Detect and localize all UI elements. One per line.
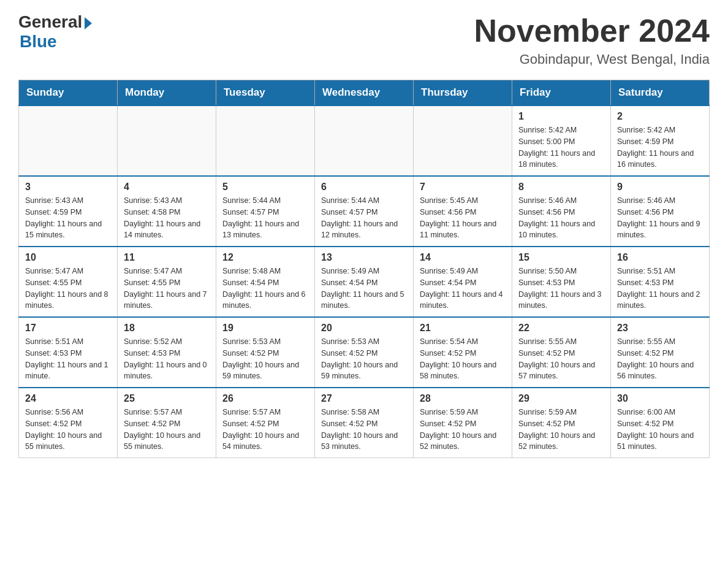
day-info: Sunrise: 5:58 AM Sunset: 4:52 PM Dayligh… [321, 407, 407, 453]
day-info: Sunrise: 5:44 AM Sunset: 4:57 PM Dayligh… [222, 195, 308, 241]
day-info: Sunrise: 5:44 AM Sunset: 4:57 PM Dayligh… [321, 195, 407, 241]
day-cell: 20Sunrise: 5:53 AM Sunset: 4:52 PM Dayli… [315, 317, 414, 388]
day-cell: 29Sunrise: 5:59 AM Sunset: 4:52 PM Dayli… [512, 388, 611, 458]
day-info: Sunrise: 5:48 AM Sunset: 4:54 PM Dayligh… [222, 266, 308, 312]
day-cell: 7Sunrise: 5:45 AM Sunset: 4:56 PM Daylig… [414, 176, 512, 247]
day-cell: 16Sunrise: 5:51 AM Sunset: 4:53 PM Dayli… [611, 247, 710, 317]
day-cell: 18Sunrise: 5:52 AM Sunset: 4:53 PM Dayli… [118, 317, 216, 388]
day-number: 26 [222, 393, 308, 404]
day-info: Sunrise: 5:47 AM Sunset: 4:55 PM Dayligh… [25, 266, 111, 312]
day-number: 1 [518, 111, 604, 122]
day-number: 5 [222, 182, 308, 193]
day-cell: 4Sunrise: 5:43 AM Sunset: 4:58 PM Daylig… [118, 176, 216, 247]
day-cell [118, 105, 216, 176]
day-info: Sunrise: 5:42 AM Sunset: 4:59 PM Dayligh… [617, 124, 703, 170]
day-cell: 6Sunrise: 5:44 AM Sunset: 4:57 PM Daylig… [315, 176, 414, 247]
week-row-2: 3Sunrise: 5:43 AM Sunset: 4:59 PM Daylig… [19, 176, 710, 247]
day-cell [414, 105, 512, 176]
day-info: Sunrise: 5:51 AM Sunset: 4:53 PM Dayligh… [617, 266, 703, 312]
day-cell: 23Sunrise: 5:55 AM Sunset: 4:52 PM Dayli… [611, 317, 710, 388]
day-number: 27 [321, 393, 407, 404]
day-cell: 2Sunrise: 5:42 AM Sunset: 4:59 PM Daylig… [611, 105, 710, 176]
day-cell: 24Sunrise: 5:56 AM Sunset: 4:52 PM Dayli… [19, 388, 118, 458]
day-info: Sunrise: 5:49 AM Sunset: 4:54 PM Dayligh… [321, 266, 407, 312]
day-cell: 30Sunrise: 6:00 AM Sunset: 4:52 PM Dayli… [611, 388, 710, 458]
day-info: Sunrise: 5:52 AM Sunset: 4:53 PM Dayligh… [124, 336, 210, 382]
col-header-friday: Friday [512, 80, 611, 106]
day-info: Sunrise: 5:57 AM Sunset: 4:52 PM Dayligh… [222, 407, 308, 453]
day-info: Sunrise: 5:45 AM Sunset: 4:56 PM Dayligh… [420, 195, 506, 241]
day-cell: 21Sunrise: 5:54 AM Sunset: 4:52 PM Dayli… [414, 317, 512, 388]
day-info: Sunrise: 5:57 AM Sunset: 4:52 PM Dayligh… [124, 407, 210, 453]
day-number: 22 [518, 323, 604, 334]
day-number: 19 [222, 323, 308, 334]
day-info: Sunrise: 5:55 AM Sunset: 4:52 PM Dayligh… [617, 336, 703, 382]
day-number: 15 [518, 252, 604, 263]
day-info: Sunrise: 5:59 AM Sunset: 4:52 PM Dayligh… [518, 407, 604, 453]
day-number: 20 [321, 323, 407, 334]
day-cell: 11Sunrise: 5:47 AM Sunset: 4:55 PM Dayli… [118, 247, 216, 317]
day-info: Sunrise: 5:51 AM Sunset: 4:53 PM Dayligh… [25, 336, 111, 382]
month-title: November 2024 [474, 12, 710, 49]
day-number: 6 [321, 182, 407, 193]
day-number: 16 [617, 252, 703, 263]
day-info: Sunrise: 5:54 AM Sunset: 4:52 PM Dayligh… [420, 336, 506, 382]
day-cell: 10Sunrise: 5:47 AM Sunset: 4:55 PM Dayli… [19, 247, 118, 317]
day-cell: 19Sunrise: 5:53 AM Sunset: 4:52 PM Dayli… [216, 317, 315, 388]
day-cell: 8Sunrise: 5:46 AM Sunset: 4:56 PM Daylig… [512, 176, 611, 247]
day-number: 2 [617, 111, 703, 122]
day-number: 23 [617, 323, 703, 334]
day-number: 18 [124, 323, 210, 334]
day-info: Sunrise: 5:49 AM Sunset: 4:54 PM Dayligh… [420, 266, 506, 312]
col-header-saturday: Saturday [611, 80, 710, 106]
day-cell: 14Sunrise: 5:49 AM Sunset: 4:54 PM Dayli… [414, 247, 512, 317]
day-cell: 22Sunrise: 5:55 AM Sunset: 4:52 PM Dayli… [512, 317, 611, 388]
logo-general-text: General [18, 12, 82, 32]
col-header-monday: Monday [118, 80, 216, 106]
day-cell: 28Sunrise: 5:59 AM Sunset: 4:52 PM Dayli… [414, 388, 512, 458]
day-info: Sunrise: 5:46 AM Sunset: 4:56 PM Dayligh… [518, 195, 604, 241]
title-block: November 2024 Gobindapur, West Bengal, I… [474, 12, 710, 67]
day-cell: 26Sunrise: 5:57 AM Sunset: 4:52 PM Dayli… [216, 388, 315, 458]
col-header-wednesday: Wednesday [315, 80, 414, 106]
day-number: 3 [25, 182, 111, 193]
logo-arrow-icon [85, 17, 92, 29]
day-number: 24 [25, 393, 111, 404]
day-number: 14 [420, 252, 506, 263]
calendar-header-row: SundayMondayTuesdayWednesdayThursdayFrid… [19, 80, 710, 106]
week-row-1: 1Sunrise: 5:42 AM Sunset: 5:00 PM Daylig… [19, 105, 710, 176]
col-header-tuesday: Tuesday [216, 80, 315, 106]
day-number: 11 [124, 252, 210, 263]
day-info: Sunrise: 5:59 AM Sunset: 4:52 PM Dayligh… [420, 407, 506, 453]
day-cell: 17Sunrise: 5:51 AM Sunset: 4:53 PM Dayli… [19, 317, 118, 388]
day-cell [19, 105, 118, 176]
day-number: 9 [617, 182, 703, 193]
day-cell: 1Sunrise: 5:42 AM Sunset: 5:00 PM Daylig… [512, 105, 611, 176]
day-number: 25 [124, 393, 210, 404]
day-cell: 5Sunrise: 5:44 AM Sunset: 4:57 PM Daylig… [216, 176, 315, 247]
day-cell [216, 105, 315, 176]
day-number: 28 [420, 393, 506, 404]
day-cell [315, 105, 414, 176]
day-number: 7 [420, 182, 506, 193]
day-cell: 3Sunrise: 5:43 AM Sunset: 4:59 PM Daylig… [19, 176, 118, 247]
location-text: Gobindapur, West Bengal, India [474, 52, 710, 67]
day-number: 8 [518, 182, 604, 193]
day-info: Sunrise: 5:55 AM Sunset: 4:52 PM Dayligh… [518, 336, 604, 382]
logo: General Blue [18, 12, 92, 52]
day-info: Sunrise: 5:50 AM Sunset: 4:53 PM Dayligh… [518, 266, 604, 312]
day-cell: 12Sunrise: 5:48 AM Sunset: 4:54 PM Dayli… [216, 247, 315, 317]
day-info: Sunrise: 5:56 AM Sunset: 4:52 PM Dayligh… [25, 407, 111, 453]
page-header: General Blue November 2024 Gobindapur, W… [18, 12, 710, 67]
day-info: Sunrise: 5:53 AM Sunset: 4:52 PM Dayligh… [222, 336, 308, 382]
week-row-5: 24Sunrise: 5:56 AM Sunset: 4:52 PM Dayli… [19, 388, 710, 458]
col-header-thursday: Thursday [414, 80, 512, 106]
day-number: 17 [25, 323, 111, 334]
day-number: 29 [518, 393, 604, 404]
day-info: Sunrise: 6:00 AM Sunset: 4:52 PM Dayligh… [617, 407, 703, 453]
calendar-table: SundayMondayTuesdayWednesdayThursdayFrid… [18, 80, 710, 458]
col-header-sunday: Sunday [19, 80, 118, 106]
day-info: Sunrise: 5:42 AM Sunset: 5:00 PM Dayligh… [518, 124, 604, 170]
day-cell: 25Sunrise: 5:57 AM Sunset: 4:52 PM Dayli… [118, 388, 216, 458]
day-number: 21 [420, 323, 506, 334]
